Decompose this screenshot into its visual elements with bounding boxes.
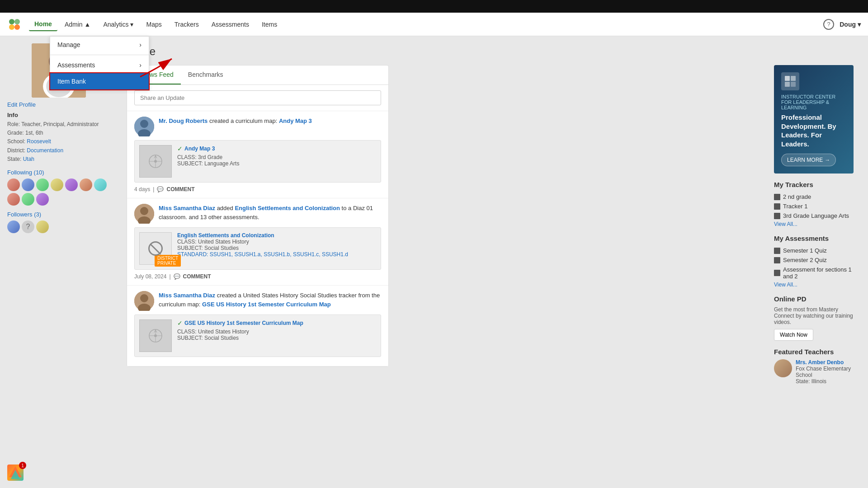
sidebar-profile: Edit Profile Info Role: Teacher, Princip… [0, 36, 118, 488]
manage-arrow-icon: › [139, 41, 142, 48]
nav-item-home[interactable]: Home [29, 18, 57, 31]
map-subject-3: SUBJECT: Social Studies [177, 335, 303, 341]
user-link-3[interactable]: Miss Samantha Diaz [159, 292, 215, 299]
comment-icon-1: 💬 [157, 186, 164, 192]
nav-item-admin[interactable]: Admin ▲ [59, 18, 96, 31]
feed-meta-1: 4 days | 💬 COMMENT [134, 186, 381, 192]
feed-avatar-2 [134, 204, 154, 224]
assessment-icon [774, 257, 780, 263]
assessments-arrow-icon: › [139, 61, 142, 69]
assessment-item-3: Assessment for sections 1 and 2 [774, 265, 854, 281]
map-link-1[interactable]: Andy Map 3 [279, 117, 312, 124]
comment-btn-1[interactable]: COMMENT [166, 186, 194, 192]
map-info-2: English Settlements and Colonization CLA… [177, 232, 348, 258]
dropdown-manage[interactable]: Manage › [50, 37, 149, 53]
district-link[interactable]: Documentation [27, 147, 63, 154]
map-link-2[interactable]: English Settlements and Colonization [235, 205, 340, 211]
svg-rect-27 [785, 76, 790, 81]
nav-right: ? Doug ▾ [823, 19, 861, 30]
online-pd-description: Get the most from Mastery Connect by wat… [774, 306, 854, 325]
feed-item-header-3: Miss Samantha Diaz created a United Stat… [134, 291, 381, 311]
avatar [36, 178, 49, 191]
user-link-1[interactable]: Mr. Doug Roberts [159, 117, 208, 124]
svg-point-2 [9, 24, 14, 30]
watch-now-button[interactable]: Watch Now [774, 329, 813, 341]
map-class-2: CLASS: United States History [177, 239, 348, 245]
avatar: ? [22, 221, 34, 233]
nav-item-maps[interactable]: Maps [141, 18, 167, 31]
nav-item-trackers[interactable]: Trackers [169, 18, 204, 31]
map-link-3[interactable]: GSE US History 1st Semester Curriculum M… [202, 301, 331, 308]
share-update-input[interactable] [134, 90, 381, 105]
feed-item-2: Miss Samantha Diaz added English Settlem… [127, 198, 388, 286]
map-thumbnail [139, 145, 172, 178]
tracker-icon [774, 194, 780, 200]
info-title: Info [7, 112, 110, 118]
map-subject-1: SUBJECT: Language Arts [177, 160, 239, 167]
svg-rect-29 [785, 82, 790, 87]
svg-point-1 [14, 19, 20, 24]
assessment-thumbnail: DISTRICT PRIVATE [139, 232, 172, 265]
svg-point-18 [140, 207, 148, 215]
avatar [65, 178, 78, 191]
ad-title: INSTRUCTOR CENTER FOR LEADERSHIP & LEARN… [781, 94, 846, 110]
page-title: Home [127, 45, 859, 58]
tracker-item-3: 3rd Grade Language Arts [774, 211, 854, 221]
tracker-item-2: Tracker 1 [774, 202, 854, 211]
nav-item-items[interactable]: Items [256, 18, 283, 31]
map-subject-2: SUBJECT: Social Studies [177, 245, 348, 251]
nav-item-analytics[interactable]: Analytics ▾ [98, 18, 139, 31]
map-standard-2: STANDARD: SSUSH1, SSUSH1.a, SSUSH1.b, SS… [177, 251, 348, 258]
avatar [22, 178, 34, 191]
feed-container: News Feed Benchmarks [127, 65, 389, 367]
admin-arrow-icon: ▲ [85, 21, 91, 28]
teacher-name[interactable]: Mrs. Amber Denbo [796, 359, 854, 366]
map-title-link-1[interactable]: Andy Map 3 [184, 145, 215, 152]
map-title-link-2[interactable]: English Settlements and Colonization [177, 232, 274, 239]
feed-tabs: News Feed Benchmarks [127, 66, 388, 85]
trackers-view-all[interactable]: View All... [774, 221, 797, 227]
learn-more-button[interactable]: LEARN MORE → [781, 154, 836, 166]
ad-text: Professional Development. By Leaders. Fo… [781, 113, 846, 148]
home-content: News Feed Benchmarks [127, 65, 859, 392]
help-button[interactable]: ? [823, 19, 834, 30]
map-thumbnail-3 [139, 319, 172, 352]
nav-item-assessments[interactable]: Assessments [206, 18, 255, 31]
dropdown-item-bank[interactable]: Item Bank [50, 73, 149, 89]
feed-text-3: Miss Samantha Diaz created a United Stat… [159, 291, 381, 311]
main-layout: Edit Profile Info Role: Teacher, Princip… [0, 36, 868, 488]
svg-rect-30 [791, 82, 796, 87]
assessments-view-all[interactable]: View All... [774, 282, 797, 288]
tab-benchmarks[interactable]: Benchmarks [181, 66, 231, 84]
svg-point-3 [14, 24, 20, 30]
following-header: Following (10) [7, 169, 110, 176]
school-link[interactable]: Roosevelt [27, 138, 51, 145]
arrow-icon: → [825, 157, 830, 163]
comment-btn-2[interactable]: COMMENT [183, 273, 211, 280]
user-menu[interactable]: Doug ▾ [840, 21, 861, 28]
edit-profile-link[interactable]: Edit Profile [7, 101, 110, 108]
following-section: Following (10) [7, 169, 110, 206]
ad-logo [781, 72, 799, 90]
app-logo[interactable] [7, 17, 22, 32]
followers-header: Followers (3) [7, 211, 110, 218]
avatar [80, 178, 92, 191]
avatar [36, 193, 49, 206]
user-link-2[interactable]: Miss Samantha Diaz [159, 205, 215, 211]
verified-icon-3: ✓ [177, 319, 183, 327]
followers-section: Followers (3) ? [7, 211, 110, 233]
assessments-title: My Assessments [774, 235, 854, 242]
online-pd-title: Online PD [774, 295, 854, 303]
nav-items: Home Admin ▲ Analytics ▾ Maps Trackers A… [29, 18, 823, 31]
feed-item-header: Mr. Doug Roberts created a curriculum ma… [134, 117, 381, 136]
map-title-link-3[interactable]: GSE US History 1st Semester Curriculum M… [184, 320, 303, 326]
followers-avatars: ? [7, 221, 110, 233]
dropdown-assessments[interactable]: Assessments › [50, 57, 149, 73]
notification-badge: 1 [19, 462, 26, 469]
feed-meta-2: July 08, 2024 | 💬 COMMENT [134, 273, 381, 280]
state-link[interactable]: Utah [23, 156, 34, 162]
teacher-info: Mrs. Amber Denbo Fox Chase Elementary Sc… [796, 359, 854, 385]
svg-rect-28 [791, 76, 796, 81]
bottom-logo[interactable]: 1 [7, 465, 24, 481]
content-area: Home News Feed Benchmarks [118, 36, 868, 488]
